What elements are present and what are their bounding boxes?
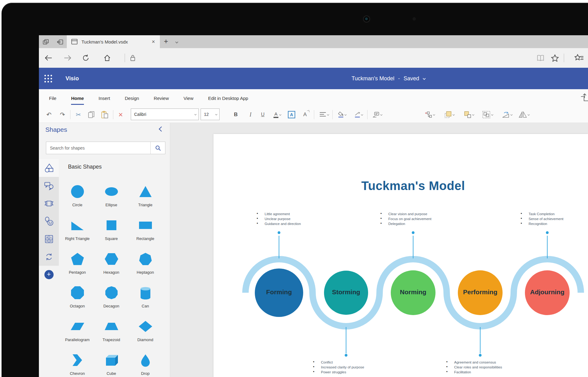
shape-item-parallelogram[interactable]: Parallelogram	[60, 318, 94, 351]
stencil-cycle-arrows-icon[interactable]	[39, 248, 59, 266]
menu-file[interactable]: File	[49, 91, 56, 105]
menu-design[interactable]: Design	[125, 91, 139, 105]
drawing-canvas[interactable]: Tuckman's Model Forming Storming Norming…	[170, 123, 588, 377]
stencil-fun-shapes-icon[interactable]	[39, 212, 59, 230]
underline-icon[interactable]: U	[258, 109, 267, 120]
refresh-icon[interactable]	[81, 53, 91, 63]
menu-home[interactable]: Home	[71, 91, 84, 105]
font-name-value: Calibri	[134, 112, 146, 117]
close-tab-icon[interactable]: ×	[150, 39, 156, 44]
fill-color-icon[interactable]	[335, 109, 349, 120]
set-tabs-aside-icon[interactable]	[55, 37, 65, 47]
stencil-basic-shapes-icon[interactable]	[39, 159, 59, 177]
reading-view-icon[interactable]	[536, 53, 545, 63]
rectangle-shape-icon	[138, 218, 153, 233]
app-launcher-waffle-icon[interactable]	[43, 73, 53, 84]
rotate-icon[interactable]	[499, 109, 515, 120]
notes-forming[interactable]: Little agreement Unclear purpose Guidanc…	[257, 211, 301, 226]
shape-item-ellipse[interactable]: Ellipse	[94, 183, 128, 216]
back-icon[interactable]	[43, 53, 53, 63]
cut-icon[interactable]: ✂	[73, 109, 84, 120]
menu-review[interactable]: Review	[154, 91, 169, 105]
copy-icon[interactable]	[86, 109, 96, 120]
shape-item-chevron[interactable]: Chevron	[60, 351, 94, 377]
shape-search	[46, 142, 165, 154]
save-status-chevron-icon[interactable]	[423, 77, 426, 80]
home-icon[interactable]	[102, 53, 112, 63]
hexagon-shape-icon	[104, 252, 119, 266]
shape-item-can[interactable]: Can	[128, 284, 162, 318]
shape-item-trapezoid[interactable]: Trapezoid	[94, 318, 128, 351]
toolbar-separator	[332, 110, 333, 119]
drawing-page[interactable]: Tuckman's Model Forming Storming Norming…	[213, 134, 588, 377]
favorite-star-icon[interactable]	[550, 53, 560, 63]
lock-icon[interactable]	[128, 53, 138, 63]
browser-tab[interactable]: Tuckman's Model.vsdx ×	[67, 35, 160, 48]
pentagon-shape-icon	[70, 252, 85, 266]
document-tab-icon	[71, 39, 78, 45]
shape-item-hexagon[interactable]: Hexagon	[94, 250, 128, 284]
connector-dot	[479, 354, 482, 357]
menu-edit-in-desktop-app[interactable]: Edit in Desktop App	[208, 91, 248, 105]
stencil-banners-icon[interactable]	[39, 195, 59, 212]
font-size-select[interactable]: 12	[201, 109, 220, 120]
tab-list-chevron-icon[interactable]	[175, 39, 178, 44]
toolbar-separator	[70, 110, 70, 119]
menu-view[interactable]: View	[183, 91, 193, 105]
shape-item-triangle[interactable]: Triangle	[128, 183, 162, 216]
group-icon[interactable]	[479, 109, 496, 120]
forward-icon[interactable]	[63, 53, 73, 63]
screenshot-stage: Tuckman's Model.vsdx × +	[0, 0, 588, 377]
italic-icon[interactable]: I	[246, 109, 255, 120]
shape-item-decagon[interactable]: Decagon	[94, 284, 128, 318]
shape-item-octagon[interactable]: Octagon	[60, 284, 94, 318]
stencil-math-shapes-icon[interactable]	[39, 230, 59, 248]
diagram-title[interactable]: Tuckman's Model	[352, 179, 474, 193]
toolbar-separator	[113, 110, 113, 119]
undo-icon[interactable]: ↶	[44, 109, 54, 120]
notes-performing[interactable]: Agreement and consensus Clear roles and …	[446, 360, 502, 375]
bring-forward-icon[interactable]	[441, 109, 457, 120]
shape-item-cube[interactable]: Cube	[94, 351, 128, 377]
search-icon[interactable]	[150, 142, 165, 154]
font-name-select[interactable]: Calibri	[131, 109, 199, 120]
shape-item-drop[interactable]: Drop	[128, 351, 162, 377]
stencil-callouts-icon[interactable]	[39, 177, 59, 195]
line-color-icon[interactable]	[351, 109, 366, 120]
collapse-panel-icon[interactable]	[159, 127, 164, 132]
menu-insert[interactable]: Insert	[99, 91, 110, 105]
position-icon[interactable]	[370, 109, 385, 120]
shape-item-rectangle[interactable]: Rectangle	[128, 216, 162, 250]
new-tab-button[interactable]: +	[161, 36, 171, 47]
document-title-group[interactable]: Tuckman's Model - Saved	[352, 68, 425, 89]
add-stencil-button[interactable]: +	[39, 266, 59, 284]
hub-favorites-list-icon[interactable]	[574, 53, 584, 63]
shape-item-circle[interactable]: Circle	[60, 183, 94, 216]
text-block-icon[interactable]: A	[286, 109, 297, 120]
flip-icon[interactable]	[516, 109, 532, 120]
shape-search-input[interactable]	[46, 146, 150, 150]
shape-item-right-triangle[interactable]: Right Triangle	[60, 216, 94, 250]
share-icon[interactable]	[580, 93, 588, 102]
bold-icon[interactable]: B	[231, 109, 240, 120]
paste-icon[interactable]	[100, 109, 110, 120]
notes-storming[interactable]: Conflict Increased clarity of purpose Po…	[313, 360, 364, 375]
diamond-shape-icon	[138, 319, 153, 334]
tab-title: Tuckman's Model.vsdx	[81, 39, 150, 44]
webcam-glint	[365, 17, 368, 20]
text-direction-icon[interactable]: A	[300, 109, 310, 120]
notes-adjourning[interactable]: Task Completion Sense of achievement Rec…	[521, 211, 564, 226]
shape-item-square[interactable]: Square	[94, 216, 128, 250]
send-backward-icon[interactable]	[461, 109, 477, 120]
redo-icon[interactable]: ↷	[57, 109, 68, 120]
ellipse-shape-icon	[104, 184, 119, 199]
delete-icon[interactable]: ✕	[115, 109, 126, 120]
font-color-icon[interactable]: A	[270, 109, 284, 120]
tab-preview-icon[interactable]	[41, 37, 51, 47]
shape-item-heptagon[interactable]: Heptagon	[128, 250, 162, 284]
shape-item-diamond[interactable]: Diamond	[128, 318, 162, 351]
shape-item-pentagon[interactable]: Pentagon	[60, 250, 94, 284]
connector-icon[interactable]	[422, 109, 438, 120]
align-text-icon[interactable]	[317, 109, 331, 120]
notes-norming[interactable]: Clear vision and purpose Focus on goal a…	[380, 211, 432, 226]
